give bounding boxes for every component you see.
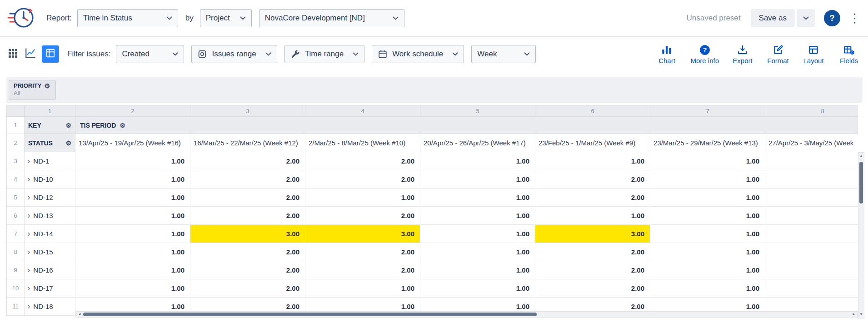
value-cell: 1.00 <box>420 225 535 243</box>
issue-key-cell[interactable]: ›ND-17 <box>25 279 75 298</box>
period-select[interactable]: Week <box>471 45 536 63</box>
issue-key-cell[interactable]: ›ND-12 <box>25 189 75 207</box>
group-by-select[interactable]: Project <box>200 9 252 27</box>
svg-text:?: ? <box>703 46 707 53</box>
scroll-down-arrow-icon[interactable]: ▼ <box>859 313 863 316</box>
app-logo[interactable] <box>6 5 36 31</box>
expand-chevron-icon[interactable]: › <box>27 247 30 256</box>
pivot-table: 123456781KEY⚙TIS PERIOD⚙2STATUS⚙13/Apr/2… <box>6 105 864 318</box>
expand-chevron-icon[interactable]: › <box>27 156 30 165</box>
action-export[interactable]: Export <box>731 44 754 65</box>
value-cell: 1.00 <box>535 152 650 170</box>
issue-key-cell[interactable]: ›ND-13 <box>25 207 75 225</box>
pivot-view-button[interactable] <box>42 45 59 63</box>
expand-chevron-icon[interactable]: › <box>27 174 30 183</box>
filter-field-select[interactable]: Created <box>116 45 184 63</box>
grid-view-button[interactable] <box>7 48 18 60</box>
period-column-header: 23/Feb/25 - 1/Mar/25 (Week #9) <box>535 134 650 152</box>
issues-range-button[interactable]: Issues range <box>191 45 277 63</box>
preset-status: Unsaved preset <box>686 14 740 23</box>
row-number: 9 <box>6 261 25 279</box>
expand-chevron-icon[interactable]: › <box>27 193 30 201</box>
issue-key-cell[interactable]: ›ND-16 <box>25 261 75 279</box>
issue-key: ND-17 <box>33 284 53 292</box>
gear-icon[interactable]: ⚙ <box>65 122 71 129</box>
row-number: 5 <box>6 189 25 207</box>
period-column-header: 27/Apr/25 - 3/May/25 (Week <box>765 134 858 152</box>
value-cell: 2.00 <box>535 170 650 189</box>
issue-key-cell[interactable]: ›ND-14 <box>25 225 75 243</box>
value-cell: 1.00 <box>420 152 535 170</box>
priority-band: PRIORITY ⚙ All <box>6 77 863 103</box>
report-type-select[interactable]: Time in Status <box>77 9 178 27</box>
action-fields[interactable]: Fields <box>837 44 861 65</box>
action-chart[interactable]: Chart <box>655 44 678 65</box>
gear-icon[interactable]: ⚙ <box>65 140 71 146</box>
overflow-menu-button[interactable]: ⋮ <box>848 12 861 25</box>
work-schedule-button[interactable]: Work schedule <box>372 45 464 63</box>
table-row: 10›ND-171.002.001.001.002.001.00 <box>6 279 858 298</box>
wrench-icon <box>290 49 300 59</box>
chevron-down-icon <box>452 52 458 56</box>
chart-view-button[interactable] <box>25 47 36 61</box>
issue-key: ND-15 <box>33 248 53 256</box>
scroll-left-arrow-icon[interactable]: ◄ <box>78 313 81 316</box>
help-icon: ? <box>829 13 835 23</box>
grid-icon <box>7 48 18 60</box>
horizontal-scrollbar[interactable]: ◄ ► <box>75 311 858 318</box>
issue-key-cell[interactable]: ›ND-15 <box>25 243 75 261</box>
gear-icon[interactable]: ⚙ <box>44 83 50 89</box>
expand-chevron-icon[interactable]: › <box>27 265 30 274</box>
group-by-value: Project <box>206 14 235 23</box>
expand-chevron-icon[interactable]: › <box>27 302 30 310</box>
horizontal-scroll-thumb[interactable] <box>83 313 537 316</box>
expand-chevron-icon[interactable]: › <box>27 229 30 238</box>
action-layout[interactable]: Layout <box>802 44 825 65</box>
value-cell: 1.00 <box>75 189 190 207</box>
column-number: 5 <box>420 105 535 117</box>
period-column-header: 23/Mar/25 - 29/Mar/25 (Week #13) <box>650 134 765 152</box>
vertical-scrollbar[interactable]: ▲ ▼ <box>858 152 864 318</box>
action-more-info[interactable]: ?More info <box>690 44 719 65</box>
save-as-button[interactable]: Save as <box>751 9 795 27</box>
issue-key-cell[interactable]: ›ND-18 <box>25 298 75 316</box>
expand-chevron-icon[interactable]: › <box>27 283 30 292</box>
scroll-up-arrow-icon[interactable]: ▲ <box>859 154 863 158</box>
expand-chevron-icon[interactable]: › <box>27 211 30 219</box>
value-cell <box>765 279 858 298</box>
value-cell <box>765 170 858 189</box>
question-icon: ? <box>699 44 711 56</box>
tis-period-header: TIS PERIOD⚙ <box>75 117 858 134</box>
line-chart-icon <box>25 47 36 61</box>
save-as-dropdown-button[interactable] <box>797 9 815 27</box>
vertical-scroll-thumb[interactable] <box>859 162 863 204</box>
clock-logo-icon <box>6 5 35 31</box>
issue-key-cell[interactable]: ›ND-10 <box>25 170 75 189</box>
time-range-button[interactable]: Time range <box>284 45 364 63</box>
row-number: 3 <box>6 152 25 170</box>
issue-key: ND-16 <box>33 266 53 274</box>
action-format[interactable]: Format <box>766 44 790 65</box>
scroll-right-arrow-icon[interactable]: ► <box>852 313 856 316</box>
table-row: 7›ND-141.003.003.001.003.001.00 <box>6 225 858 243</box>
value-cell: 2.00 <box>535 261 650 279</box>
app-header: Report: Time in Status by Project NovaCo… <box>0 0 868 37</box>
gear-icon[interactable]: ⚙ <box>120 122 125 129</box>
priority-panel[interactable]: PRIORITY ⚙ All <box>9 80 56 100</box>
value-cell: 1.00 <box>75 225 190 243</box>
by-label: by <box>185 14 194 23</box>
toolbar: Filter issues: Created Issues range <box>0 37 868 71</box>
calendar-icon <box>378 49 388 59</box>
edit-icon <box>772 44 784 56</box>
chevron-down-icon <box>393 16 399 20</box>
status-column-header: STATUS⚙ <box>25 134 75 152</box>
project-select[interactable]: NovaCore Development [ND] <box>259 9 404 27</box>
table-row: 5›ND-121.002.001.001.002.001.00 <box>6 189 858 207</box>
pivot-grid: 123456781KEY⚙TIS PERIOD⚙2STATUS⚙13/Apr/2… <box>6 105 858 316</box>
help-button[interactable]: ? <box>824 10 840 26</box>
pivot-table-icon <box>45 48 55 60</box>
issue-key-cell[interactable]: ›ND-1 <box>25 152 75 170</box>
column-number: 3 <box>190 105 305 117</box>
chevron-down-icon <box>172 52 178 56</box>
tis-period-label: TIS PERIOD <box>80 122 116 129</box>
